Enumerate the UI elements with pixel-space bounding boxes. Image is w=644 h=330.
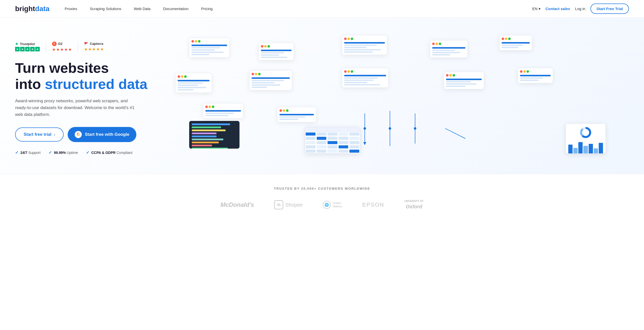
chevron-right-icon: › [54,133,55,137]
browser-card-2 [259,43,294,60]
support-bold: 24/7 [20,151,27,155]
trustpilot-label: Trustpilot [20,42,35,46]
language-selector[interactable]: EN ▾ [532,7,541,11]
compliance-badge: ✓ CCPA & GDPR Compliant [86,150,132,155]
logo-bright: bright [15,5,35,13]
check-icon-uptime: ✓ [49,150,52,155]
logo-epson: EPSON [362,202,384,208]
logo-shopee: 🛍 Shopee [274,200,303,209]
hero-illustration [166,33,629,164]
nav-links: Proxies Scraping Solutions Web Data Docu… [65,7,532,11]
check-icon-support: ✓ [15,150,18,155]
browser-card-9 [444,72,484,89]
capterra-icon: 🚩 [84,42,88,46]
capterra-stars: ★ ★ ★ ★ ★ [84,47,104,52]
start-trial-button[interactable]: Start free trial › [15,127,64,142]
logo-oxford: UNIVERSITY OF Oxford [404,200,424,210]
headline-line1: Turn websites [15,60,109,76]
uptime-badge: ✓ 99.99% Uptime [49,150,78,155]
capterra-label: Capterra [90,42,103,46]
donut-chart-svg [579,126,592,139]
trustpilot-icon: ★ [15,42,18,46]
capterra-rating: 🚩 Capterra ★ ★ ★ ★ ★ [84,42,104,52]
svg-point-4 [364,127,366,130]
logo-mcdonalds: McDonald's [220,201,254,208]
browser-card-10 [518,68,553,83]
browser-card-6 [175,73,212,93]
spreadsheet-panel [305,127,360,154]
browser-card-8 [342,68,388,88]
trusted-section: TRUSTED BY 20,000+ CUSTOMERS WORLDWIDE M… [0,174,644,223]
code-panel [189,121,239,149]
uptime-bold: 99.99% [54,151,66,155]
rating-divider-1 [46,42,46,52]
nav-proxies[interactable]: Proxies [65,7,77,11]
nav-scraping-solutions[interactable]: Scraping Solutions [90,7,121,11]
g2-rating: G G2 ★ ★ ★ ★ ★ [52,42,72,52]
navigation: bright data Proxies Scraping Solutions W… [0,0,644,18]
shopee-icon: 🛍 [274,200,283,209]
support-text: Support [27,151,41,155]
cta-buttons: Start free trial › G Start free with Goo… [15,127,166,142]
compliance-text: Compliant [115,151,132,155]
browser-card-12 [277,107,316,122]
svg-line-3 [445,128,465,139]
hero-subtext: Award-winning proxy networks, powerful w… [15,97,136,118]
logo-data: data [35,5,50,13]
chart-panel [566,123,606,154]
headline-highlight: structured data [45,76,147,92]
trustpilot-rating: ★ Trustpilot ★ ★ ★ ★ ★ [15,42,40,51]
trusted-title: TRUSTED BY 20,000+ CUSTOMERS WORLDWIDE [15,187,629,190]
google-logo-icon: G [75,131,82,138]
trustpilot-stars: ★ ★ ★ ★ ★ [15,47,40,51]
bar-chart [568,141,603,153]
g2-icon: G [52,42,57,46]
login-link[interactable]: Log in [575,7,585,11]
hero-content: ★ Trustpilot ★ ★ ★ ★ ★ G G2 ★ [15,42,166,155]
un-icon: 🌐 [323,201,331,209]
browser-card-7 [249,71,292,90]
nav-pricing[interactable]: Pricing [201,7,213,11]
check-icon-compliance: ✓ [86,150,89,155]
illustration-container [166,33,629,164]
headline-line2-plain: into [15,76,45,92]
hero-section: ★ Trustpilot ★ ★ ★ ★ ★ G G2 ★ [0,18,644,174]
g2-stars: ★ ★ ★ ★ ★ [52,47,72,52]
uptime-text: Uptime [66,151,78,155]
nav-start-trial-button[interactable]: Start Free Trial [590,4,629,14]
compliance-bold: CCPA & GDPR [91,151,115,155]
nav-web-data[interactable]: Web Data [134,7,150,11]
rating-divider-2 [78,42,78,52]
logos-row: McDonald's 🛍 Shopee 🌐 United Nations EPS… [15,200,629,210]
contact-sales-link[interactable]: Contact sales [546,7,570,11]
browser-card-1 [189,38,229,57]
nav-right: EN ▾ Contact sales Log in Start Free Tri… [532,4,629,14]
svg-point-6 [414,127,416,130]
browser-card-5 [499,35,532,50]
g2-label: G2 [58,42,62,46]
nav-documentation[interactable]: Documentation [163,7,188,11]
svg-point-5 [389,127,391,130]
google-signin-button[interactable]: G Start free with Google [68,127,136,142]
ratings-row: ★ Trustpilot ★ ★ ★ ★ ★ G G2 ★ [15,42,166,52]
logo[interactable]: bright data [15,5,50,13]
browser-card-4 [430,40,468,58]
browser-card-3 [342,35,387,55]
support-badge: ✓ 24/7 Support [15,150,41,155]
trust-badges: ✓ 24/7 Support ✓ 99.99% Uptime ✓ CCPA & … [15,150,166,155]
hero-headline: Turn websites into structured data [15,60,166,92]
logo-united-nations: 🌐 United Nations [323,201,342,209]
browser-card-11 [203,103,243,118]
